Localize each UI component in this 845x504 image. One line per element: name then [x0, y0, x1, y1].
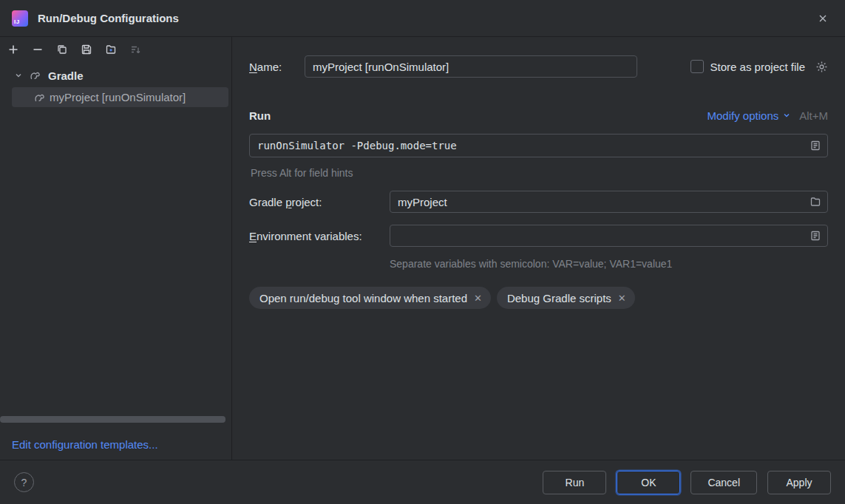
chevron-down-icon [14, 71, 23, 80]
gradle-project-label: Gradle project: [249, 196, 390, 208]
environment-variables-field [390, 225, 828, 247]
new-folder-icon[interactable] [105, 44, 117, 55]
run-debug-configurations-dialog: IJ Run/Debug Configurations [0, 0, 845, 504]
environment-variables-label: Environment variables: [249, 230, 390, 242]
chip-close-icon[interactable]: ✕ [618, 293, 626, 304]
configurations-sidebar: Gradle myProject [runOnSimulator] Edit c… [0, 37, 232, 460]
ok-button[interactable]: OK [617, 471, 680, 494]
environment-variables-hint: Separate variables with semicolon: VAR=v… [390, 258, 828, 270]
chip-open-run-debug-tool-window: Open run/debug tool window when started … [249, 287, 491, 309]
label-text: N [249, 61, 257, 73]
horizontal-scrollbar[interactable] [0, 416, 225, 423]
sidebar-toolbar [0, 37, 231, 61]
name-input[interactable] [305, 55, 637, 78]
store-as-project-file-label: Store as project file [710, 61, 805, 73]
dialog-content: Gradle myProject [runOnSimulator] Edit c… [0, 37, 845, 460]
tree-node-label: Gradle [48, 69, 84, 82]
chip-label: Open run/debug tool window when started [259, 292, 467, 304]
run-command-field [249, 134, 828, 157]
gear-icon[interactable] [815, 61, 828, 73]
chip-debug-gradle-scripts: Debug Gradle scripts ✕ [497, 287, 635, 309]
modify-options-link[interactable]: Modify options [707, 109, 792, 122]
dialog-footer: ? Run OK Cancel Apply [0, 460, 845, 504]
tree-item-label: myProject [runOnSimulator] [50, 91, 186, 103]
edit-configuration-templates-link[interactable]: Edit configuration templates... [12, 438, 158, 451]
close-button[interactable] [814, 10, 832, 27]
close-icon [818, 13, 828, 24]
apply-button[interactable]: Apply [767, 471, 831, 494]
modify-options-shortcut: Alt+M [799, 109, 828, 122]
store-as-project-file-group: Store as project file [690, 60, 828, 73]
command-hint: Press Alt for field hints [251, 167, 828, 179]
run-button[interactable]: Run [543, 471, 606, 494]
store-as-project-file-checkbox[interactable] [690, 60, 704, 73]
label-text: roject: [292, 196, 322, 208]
gradle-icon [34, 92, 46, 103]
label-text: E [249, 230, 257, 242]
label-text: Gradle [249, 196, 285, 208]
environment-variables-input[interactable] [398, 230, 804, 242]
footer-buttons: Run OK Cancel Apply [543, 471, 831, 494]
titlebar: IJ Run/Debug Configurations [0, 0, 845, 37]
gradle-project-input[interactable] [398, 196, 804, 208]
gradle-project-row: Gradle project: [249, 191, 828, 213]
chip-close-icon[interactable]: ✕ [474, 293, 482, 304]
copy-configuration-icon[interactable] [56, 44, 68, 55]
browse-folder-icon[interactable] [810, 196, 821, 208]
gradle-icon [30, 69, 41, 81]
gradle-project-field [390, 191, 828, 213]
modify-options-label: Modify options [707, 109, 779, 122]
run-section-header: Run Modify options Alt+M [249, 107, 828, 123]
intellij-logo-icon: IJ [12, 10, 28, 27]
run-command-input[interactable] [257, 140, 804, 151]
name-label: Name: [249, 61, 305, 73]
cancel-button[interactable]: Cancel [690, 471, 757, 494]
save-configuration-icon[interactable] [81, 44, 92, 55]
add-configuration-icon[interactable] [7, 44, 19, 55]
command-row [249, 134, 828, 157]
tree-node-gradle[interactable]: Gradle [0, 66, 231, 85]
option-chips-row: Open run/debug tool window when started … [249, 287, 828, 309]
question-mark-icon: ? [21, 477, 27, 488]
sort-configurations-icon[interactable] [129, 44, 141, 55]
edit-variables-icon[interactable] [810, 230, 821, 242]
run-section-title: Run [249, 109, 271, 122]
chevron-down-icon [782, 111, 791, 120]
help-button[interactable]: ? [14, 472, 34, 492]
label-text: nvironment variables: [257, 230, 362, 242]
remove-configuration-icon[interactable] [32, 44, 44, 55]
environment-variables-row: Environment variables: [249, 225, 828, 247]
tree-item-myproject-runonsimulator[interactable]: myProject [runOnSimulator] [12, 87, 228, 107]
label-text: ame: [257, 61, 282, 73]
configuration-form: Name: Store as project file Run Modify o… [232, 37, 845, 460]
name-row: Name: Store as project file [249, 55, 828, 78]
label-text: p [285, 196, 291, 208]
configuration-tree: Gradle myProject [runOnSimulator] [0, 61, 231, 107]
chip-label: Debug Gradle scripts [507, 292, 611, 304]
dialog-title: Run/Debug Configurations [38, 12, 179, 24]
insert-macros-icon[interactable] [810, 140, 821, 151]
